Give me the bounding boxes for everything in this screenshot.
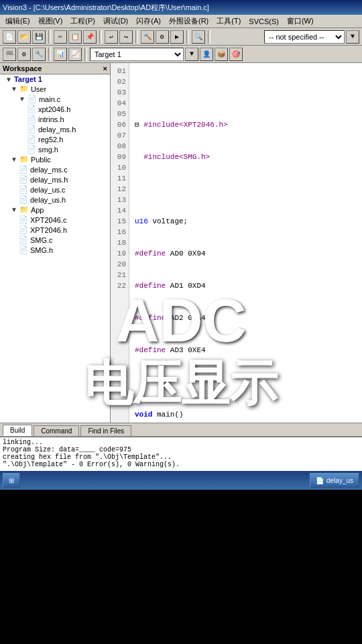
sidebar-close-btn[interactable]: × xyxy=(103,64,107,72)
menu-project[interactable]: 工程(P) xyxy=(66,16,99,26)
menu-debug[interactable]: 调试(D) xyxy=(99,16,132,26)
sep4 xyxy=(186,30,189,44)
taskbar-delay-us[interactable]: 📄 delay_us xyxy=(310,473,359,488)
code-lines[interactable]: ⊟ #include<XPT2046.h> #include<SMG.h> u1… xyxy=(129,63,362,423)
t2-btn8[interactable]: 🎯 xyxy=(229,48,243,61)
t2-btn5[interactable]: 📈 xyxy=(68,48,82,61)
output-line-2: Program Size: data=____ code=975 xyxy=(3,446,359,453)
smgc-label: SMG.c xyxy=(30,236,53,244)
tree-delay-us-h[interactable]: 📄 delay_us.h xyxy=(0,195,110,205)
tree-intrins[interactable]: 📄 intrins.h xyxy=(0,114,110,124)
t2-btn6[interactable]: 👤 xyxy=(200,48,213,61)
new-btn[interactable]: 📄 xyxy=(3,30,16,44)
ln-22: 22 xyxy=(113,280,126,291)
tree-reg52[interactable]: 📄 reg52.h xyxy=(0,134,110,144)
ln-20: 20 xyxy=(113,259,126,270)
tree-delay-ms-h[interactable]: 📄 delay_ms.h xyxy=(0,124,110,134)
code-line-10 xyxy=(135,377,357,388)
ln-01: 01 xyxy=(113,66,126,76)
menu-peripheral[interactable]: 外围设备(R) xyxy=(165,16,213,26)
tree-xpt2046c[interactable]: 📄 XPT2046.c xyxy=(0,215,110,225)
tab-build[interactable]: Build xyxy=(3,425,32,436)
tree-smgc[interactable]: 📄 SMG.c xyxy=(0,235,110,245)
tree-delay-ms-c[interactable]: 📄 delay_ms.c xyxy=(0,164,110,174)
tree-xpt2046h[interactable]: 📄 xpt2046.h xyxy=(0,104,110,114)
xpt2046h-icon: 📄 xyxy=(27,105,36,113)
undo-btn[interactable]: ↩ xyxy=(105,30,118,44)
smg-h-label: smg.h xyxy=(38,146,58,154)
mainc-icon: 📄 xyxy=(27,95,37,103)
ide-window: Vision3 - [C:\Users\Administrator\Deskto… xyxy=(0,0,362,490)
taskbar-start[interactable]: ⊞ xyxy=(3,473,20,488)
build-btn[interactable]: 🔨 xyxy=(141,30,154,44)
target-select[interactable]: Target 1 xyxy=(90,48,184,61)
t2-btn4[interactable]: 📊 xyxy=(54,48,67,61)
t2-btn7[interactable]: 📦 xyxy=(215,48,228,61)
menu-tools[interactable]: 工具(T) xyxy=(213,16,245,26)
taskbar: ⊞ 📄 delay_us xyxy=(0,471,362,490)
tree-delay-us-c[interactable]: 📄 delay_us.c xyxy=(0,184,110,195)
public-folder-icon: 📁 xyxy=(19,155,29,164)
tree-delay-ms-h2[interactable]: 📄 delay_ms.h xyxy=(0,174,110,184)
cut-btn[interactable]: ✂ xyxy=(54,30,67,44)
menu-edit[interactable]: 编辑(E) xyxy=(1,16,34,26)
menu-flash[interactable]: 闪存(A) xyxy=(132,16,165,26)
xpt2046c-icon: 📄 xyxy=(19,215,28,224)
tree-target1[interactable]: ▼ Target 1 xyxy=(0,74,110,84)
copy-btn[interactable]: 📋 xyxy=(68,30,82,44)
dropdown-btn[interactable]: ▼ xyxy=(346,30,359,44)
ln-14: 14 xyxy=(113,205,126,216)
sep5 xyxy=(208,30,210,44)
menu-view[interactable]: 视图(V) xyxy=(34,16,67,26)
tree-public-folder[interactable]: ▼ 📁 Public xyxy=(0,154,110,164)
save-btn[interactable]: 💾 xyxy=(32,30,46,44)
delay-ms-h-label: delay_ms.h xyxy=(38,125,76,133)
redo-btn[interactable]: ↪ xyxy=(119,30,133,44)
output-line-3: creating hex file from ".\Obj\Template".… xyxy=(3,453,359,461)
menu-svcs[interactable]: SVCS(S) xyxy=(245,17,283,25)
reg52-icon: 📄 xyxy=(27,135,36,144)
code-line-3: #include<SMG.h> xyxy=(135,152,357,162)
code-editor[interactable]: 01 02 03 04 05 06 07 08 09 10 11 12 13 1… xyxy=(111,63,362,423)
t2-btn2[interactable]: ⚙ xyxy=(17,48,31,61)
tree-user-folder[interactable]: ▼ 📁 User xyxy=(0,84,110,94)
ln-18: 18 xyxy=(113,237,126,248)
tree-xpt2046h2[interactable]: 📄 XPT2046.h xyxy=(0,225,110,235)
code-line-2: ⊟ #include<XPT2046.h> xyxy=(135,119,357,130)
t2-sep2 xyxy=(84,48,87,61)
sep2 xyxy=(99,30,102,44)
ln-05: 05 xyxy=(113,109,126,119)
tab-command[interactable]: Command xyxy=(34,425,79,436)
debug-btn[interactable]: ▶ xyxy=(170,30,184,44)
delay-ms-c-label: delay_ms.c xyxy=(30,166,68,174)
tree-mainc[interactable]: ▼ 📄 main.c xyxy=(0,94,110,104)
delay-ms-h2-icon: 📄 xyxy=(19,175,28,184)
tree-smg-h[interactable]: 📄 smg.h xyxy=(0,144,110,154)
tree-app-folder[interactable]: ▼ 📁 App xyxy=(0,205,110,215)
xpt2046h2-label: XPT2046.h xyxy=(30,226,67,234)
menu-window[interactable]: 窗口(W) xyxy=(283,16,318,26)
toolbar1: 📄 📂 💾 ✂ 📋 📌 ↩ ↪ 🔨 ⚙ ▶ 🔍 -- not specified… xyxy=(0,28,362,46)
open-btn[interactable]: 📂 xyxy=(17,30,31,44)
t2-btn1[interactable]: 🏁 xyxy=(3,48,16,61)
app-expand-icon: ▼ xyxy=(11,206,17,213)
app-folder-label: App xyxy=(31,206,44,214)
find-btn[interactable]: 🔍 xyxy=(192,30,205,44)
t2-btn3[interactable]: 🔧 xyxy=(32,48,46,61)
smgh-label: SMG.h xyxy=(30,246,53,254)
delay-us-h-label: delay_us.h xyxy=(30,196,66,204)
delay-us-label: delay_us xyxy=(326,477,353,484)
menu-bar: 编辑(E) 视图(V) 工程(P) 调试(D) 闪存(A) 外围设备(R) 工具… xyxy=(0,15,362,28)
rebuild-btn[interactable]: ⚙ xyxy=(156,30,169,44)
ln-15: 15 xyxy=(113,216,126,227)
delay-us-c-icon: 📄 xyxy=(19,185,28,194)
paste-btn[interactable]: 📌 xyxy=(83,30,97,44)
code-line-7: #define AD1 0XD4 xyxy=(135,280,357,291)
tab-findinfiles[interactable]: Find in Files xyxy=(80,425,131,436)
t2-dropdown-btn[interactable]: ▼ xyxy=(185,48,198,61)
code-line-8: #define AD2 0XA4 xyxy=(135,313,357,323)
toolbar-dropdown[interactable]: -- not specified -- xyxy=(264,30,345,44)
xpt2046c-label: XPT2046.c xyxy=(30,216,66,224)
tree-smgh[interactable]: 📄 SMG.h xyxy=(0,245,110,255)
code-line-6: #define AD0 0X94 xyxy=(135,248,357,259)
